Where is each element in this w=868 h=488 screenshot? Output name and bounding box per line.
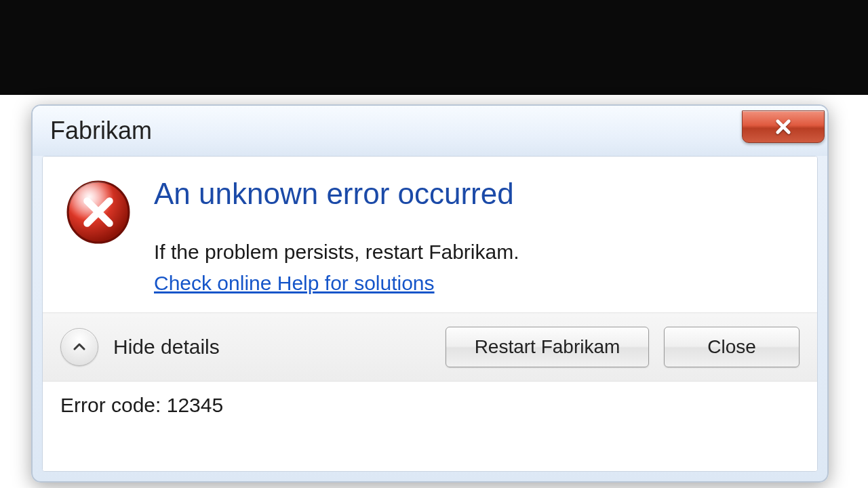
details-pane: Error code: 12345 xyxy=(43,382,817,471)
toggle-details-label: Hide details xyxy=(113,336,220,359)
message-area: An unknown error occurred If the problem… xyxy=(43,157,817,312)
client-area: An unknown error occurred If the problem… xyxy=(42,156,818,472)
dialog-headline: An unknown error occurred xyxy=(154,177,794,211)
titlebar[interactable]: Fabrikam xyxy=(33,106,827,156)
dialog-description: If the problem persists, restart Fabrika… xyxy=(154,241,794,264)
close-icon xyxy=(774,117,793,136)
error-code-value: 12345 xyxy=(167,394,223,416)
toggle-details-button[interactable] xyxy=(60,328,98,366)
window-title: Fabrikam xyxy=(50,117,152,145)
error-code-label: Error code: xyxy=(60,394,161,416)
close-button[interactable]: Close xyxy=(664,327,800,367)
help-link[interactable]: Check online Help for solutions xyxy=(154,272,435,295)
restart-button[interactable]: Restart Fabrikam xyxy=(446,327,649,367)
window-close-button[interactable] xyxy=(742,110,825,143)
error-icon xyxy=(66,180,131,247)
backdrop: Fabrikam xyxy=(0,95,868,488)
action-bar: Hide details Restart Fabrikam Close xyxy=(43,312,817,382)
dialog-window: Fabrikam xyxy=(31,104,829,483)
message-column: An unknown error occurred If the problem… xyxy=(154,177,794,295)
chevron-up-icon xyxy=(71,339,87,355)
